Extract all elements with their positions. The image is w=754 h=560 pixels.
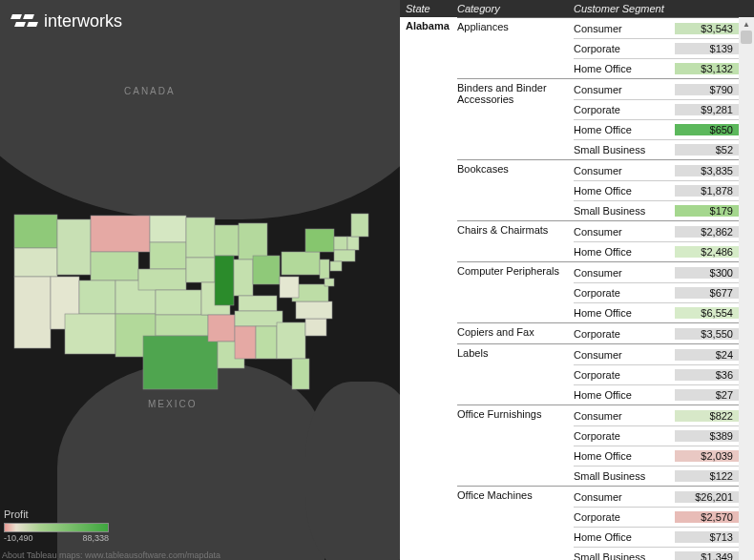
landmass-sa: [305, 382, 400, 560]
svg-rect-13: [138, 269, 186, 290]
value-cell[interactable]: $389: [675, 430, 739, 442]
category-cell[interactable]: Appliances: [457, 18, 574, 78]
svg-rect-39: [334, 237, 347, 250]
segment-cell[interactable]: Small Business: [574, 205, 675, 217]
svg-rect-33: [305, 319, 326, 336]
category-cell[interactable]: Bookcases: [457, 160, 574, 220]
legend-gradient: [4, 523, 109, 532]
svg-rect-7: [79, 280, 115, 314]
scroll-thumb[interactable]: [741, 31, 752, 44]
svg-rect-44: [320, 259, 329, 279]
value-cell[interactable]: $122: [675, 470, 739, 482]
svg-rect-37: [282, 252, 320, 275]
segment-cell[interactable]: Home Office: [574, 450, 675, 462]
svg-rect-41: [351, 214, 368, 237]
segment-cell[interactable]: Small Business: [574, 144, 675, 156]
value-cell[interactable]: $2,570: [675, 511, 739, 523]
segment-cell[interactable]: Consumer: [574, 491, 675, 503]
value-cell[interactable]: $24: [675, 349, 739, 361]
segment-cell[interactable]: Corporate: [574, 328, 675, 340]
category-cell[interactable]: Copiers and Fax: [457, 323, 574, 343]
segment-cell[interactable]: Small Business: [574, 551, 675, 560]
segment-cell[interactable]: Home Office: [574, 246, 675, 258]
svg-rect-12: [150, 242, 186, 269]
value-cell[interactable]: $713: [675, 531, 739, 543]
value-cell[interactable]: $3,835: [675, 165, 739, 176]
svg-rect-28: [235, 311, 283, 326]
value-cell[interactable]: $650: [675, 124, 739, 135]
scroll-track[interactable]: [739, 31, 754, 560]
svg-rect-25: [234, 259, 253, 296]
segment-cell[interactable]: Consumer: [574, 23, 675, 34]
header-category[interactable]: Category: [457, 3, 574, 14]
scrollbar[interactable]: ▲ ▼: [739, 17, 754, 560]
scroll-up-button[interactable]: ▲: [739, 17, 754, 31]
segment-cell[interactable]: Home Office: [574, 185, 675, 197]
value-cell[interactable]: $822: [675, 410, 739, 422]
category-cell[interactable]: Labels: [457, 344, 574, 404]
svg-rect-4: [57, 219, 91, 275]
header-state[interactable]: State: [400, 3, 457, 14]
segment-cell[interactable]: Corporate: [574, 43, 675, 54]
segment-cell[interactable]: Corporate: [574, 104, 675, 115]
svg-rect-6: [91, 252, 138, 280]
value-cell[interactable]: $26,201: [675, 491, 739, 503]
segment-cell[interactable]: Home Office: [574, 63, 675, 74]
category-cell[interactable]: Office Machines: [457, 487, 574, 560]
value-cell[interactable]: $3,132: [675, 63, 739, 74]
us-choropleth[interactable]: [10, 200, 391, 391]
value-cell[interactable]: $790: [675, 84, 739, 95]
state-cell[interactable]: Alabama: [400, 17, 457, 560]
segment-cell[interactable]: Corporate: [574, 369, 675, 381]
value-cell[interactable]: $3,550: [675, 328, 739, 340]
segment-cell[interactable]: Corporate: [574, 287, 675, 299]
value-cell[interactable]: $2,486: [675, 246, 739, 258]
value-cell[interactable]: $52: [675, 144, 739, 156]
segment-cell[interactable]: Home Office: [574, 307, 675, 319]
table-body: AlabamaAppliancesConsumer$3,543Corporate…: [400, 17, 739, 560]
value-cell[interactable]: $27: [675, 389, 739, 401]
value-cell[interactable]: $1,349: [675, 551, 739, 560]
value-cell[interactable]: $677: [675, 287, 739, 299]
value-cell[interactable]: $139: [675, 43, 739, 54]
svg-rect-8: [65, 314, 115, 354]
svg-rect-16: [143, 336, 218, 389]
segment-cell[interactable]: Corporate: [574, 511, 675, 523]
segment-cell[interactable]: Home Office: [574, 389, 675, 401]
svg-rect-36: [280, 277, 299, 298]
value-cell[interactable]: $36: [675, 369, 739, 381]
value-cell[interactable]: $6,554: [675, 307, 739, 319]
segment-cell[interactable]: Small Business: [574, 470, 675, 482]
segment-cell[interactable]: Consumer: [574, 410, 675, 422]
logo: interworks: [11, 11, 122, 31]
category-cell[interactable]: Binders and Binder Accessories: [457, 79, 574, 159]
svg-rect-1: [14, 248, 57, 277]
value-cell[interactable]: $3,543: [675, 23, 739, 34]
svg-rect-27: [239, 296, 277, 311]
segment-cell[interactable]: Consumer: [574, 84, 675, 95]
segment-cell[interactable]: Consumer: [574, 349, 675, 361]
category-cell[interactable]: Office Furnishings: [457, 405, 574, 486]
value-cell[interactable]: $179: [675, 205, 739, 217]
segment-cell[interactable]: Corporate: [574, 430, 675, 442]
value-cell[interactable]: $2,039: [675, 450, 739, 462]
value-cell[interactable]: $300: [675, 267, 739, 279]
segment-cell[interactable]: Consumer: [574, 226, 675, 238]
segment-cell[interactable]: Consumer: [574, 165, 675, 176]
header-value: [675, 3, 739, 14]
segment-cell[interactable]: Home Office: [574, 124, 675, 135]
svg-rect-40: [347, 237, 359, 250]
value-cell[interactable]: $9,281: [675, 104, 739, 115]
landmass-north: [0, 0, 400, 219]
svg-rect-24: [239, 223, 267, 259]
segment-cell[interactable]: Home Office: [574, 531, 675, 543]
category-cell[interactable]: Chairs & Chairmats: [457, 221, 574, 261]
svg-rect-14: [156, 290, 201, 315]
segment-cell[interactable]: Consumer: [574, 267, 675, 279]
value-cell[interactable]: $1,878: [675, 185, 739, 197]
header-segment[interactable]: Customer Segment: [574, 3, 675, 14]
svg-rect-18: [186, 258, 215, 282]
svg-rect-22: [215, 225, 239, 256]
category-cell[interactable]: Computer Peripherals: [457, 262, 574, 322]
value-cell[interactable]: $2,862: [675, 226, 739, 238]
